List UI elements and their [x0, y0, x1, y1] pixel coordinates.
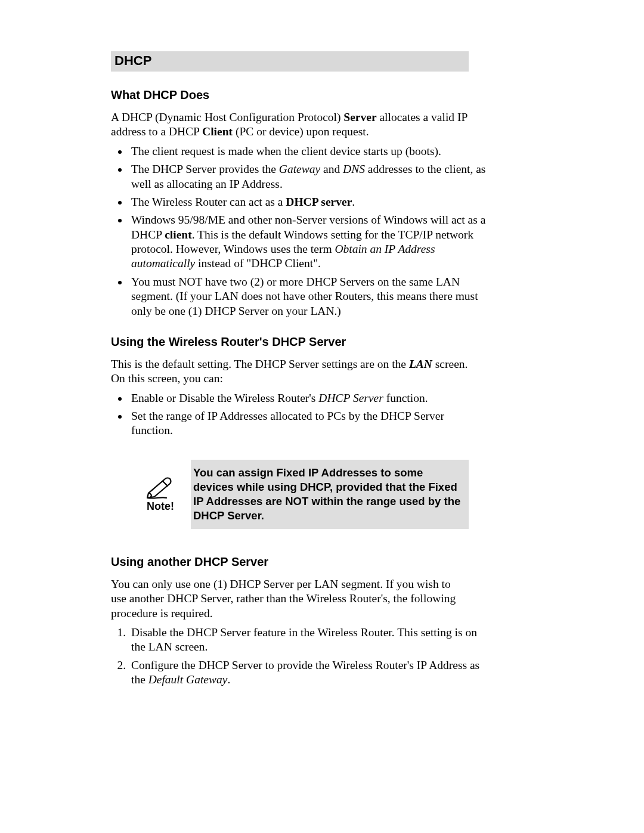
- list-item: You must NOT have two (2) or more DHCP S…: [129, 275, 487, 318]
- note-label: Note!: [137, 500, 184, 513]
- text: The DHCP Server provides the: [131, 163, 279, 175]
- text: Enable or Disable the Wireless Router's: [131, 392, 318, 404]
- heading-using-another: Using another DHCP Server: [111, 555, 534, 569]
- list-item: Enable or Disable the Wireless Router's …: [129, 391, 487, 405]
- pen-icon: [145, 475, 176, 499]
- section-title: DHCP: [111, 51, 469, 72]
- italic-dns: DNS: [343, 163, 365, 175]
- text: function.: [383, 392, 428, 404]
- bold-client: client: [165, 228, 191, 241]
- italic-gateway: Gateway: [279, 163, 320, 175]
- text: (PC or device) upon request.: [233, 125, 369, 138]
- text: Set the range of IP Addresses allocated …: [131, 410, 444, 436]
- using-another-intro: You can only use one (1) DHCP Server per…: [111, 577, 469, 621]
- list-item: The Wireless Router can act as a DHCP se…: [129, 195, 487, 209]
- list-item: The DHCP Server provides the Gateway and…: [129, 162, 487, 191]
- text: This is the default setting. The DHCP Se…: [111, 358, 409, 370]
- text: You must NOT have two (2) or more DHCP S…: [131, 275, 478, 317]
- list-item: Disable the DHCP Server feature in the W…: [129, 625, 487, 655]
- list-item: Windows 95/98/ME and other non-Server ve…: [129, 213, 487, 271]
- using-router-intro: This is the default setting. The DHCP Se…: [111, 357, 469, 386]
- heading-using-router: Using the Wireless Router's DHCP Server: [111, 335, 534, 349]
- bold-italic-lan: LAN: [409, 358, 432, 370]
- page-content: DHCP What DHCP Does A DHCP (Dynamic Host…: [0, 0, 644, 688]
- text: Disable the DHCP Server feature in the W…: [131, 626, 477, 653]
- bold-server: Server: [343, 111, 376, 123]
- list-item: Set the range of IP Addresses allocated …: [129, 409, 487, 438]
- text: instead of "DHCP Client".: [195, 257, 321, 270]
- bold-client: Client: [202, 125, 233, 138]
- note-text: You can assign Fixed IP Addresses to som…: [191, 460, 469, 529]
- italic-dhcp-server: DHCP Server: [318, 392, 383, 404]
- text: The client request is made when the clie…: [131, 145, 441, 157]
- list-item: Configure the DHCP Server to provide the…: [129, 658, 487, 688]
- what-dhcp-bullets: The client request is made when the clie…: [111, 144, 487, 318]
- what-dhcp-intro: A DHCP (Dynamic Host Configuration Proto…: [111, 110, 469, 140]
- text: The Wireless Router can act as a: [131, 196, 286, 208]
- bold-dhcp-server: DHCP server: [286, 196, 352, 208]
- text: .: [352, 196, 355, 208]
- using-another-steps: Disable the DHCP Server feature in the W…: [111, 625, 487, 688]
- text: and: [320, 163, 343, 175]
- text: A DHCP (Dynamic Host Configuration Proto…: [111, 111, 343, 123]
- heading-what-dhcp: What DHCP Does: [111, 88, 534, 102]
- using-router-bullets: Enable or Disable the Wireless Router's …: [111, 391, 487, 438]
- list-item: The client request is made when the clie…: [129, 144, 487, 159]
- italic-default-gateway: Default Gateway: [148, 673, 228, 686]
- note-icon-cell: Note!: [111, 475, 191, 513]
- note-callout: Note! You can assign Fixed IP Addresses …: [111, 460, 469, 529]
- text: .: [227, 673, 230, 686]
